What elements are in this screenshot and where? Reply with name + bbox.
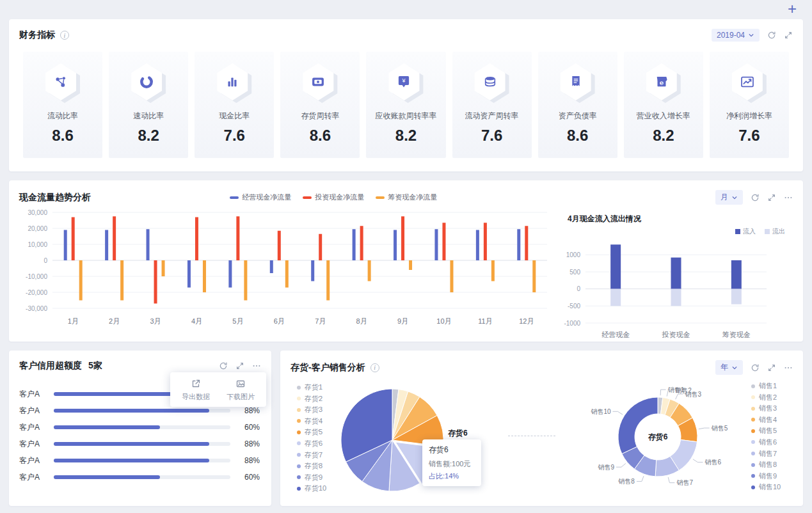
more-icon[interactable] bbox=[252, 361, 261, 370]
legend-item[interactable]: 销售5 bbox=[751, 427, 781, 434]
legend-label: 筹资现金净流量 bbox=[388, 193, 437, 202]
metric-value: 8.2 bbox=[653, 127, 674, 145]
legend-item[interactable]: 销售9 bbox=[751, 473, 781, 480]
legend-item[interactable]: 存货1 bbox=[297, 384, 326, 391]
legend-item[interactable]: 销售6 bbox=[751, 439, 781, 446]
info-icon[interactable]: i bbox=[370, 363, 379, 372]
svg-text:0: 0 bbox=[44, 257, 47, 264]
april-flow-chart[interactable]: -1000-50005001000经营现金投资现金筹资现金 bbox=[556, 236, 777, 342]
date-selector[interactable]: 2019-04 bbox=[712, 29, 760, 42]
more-icon[interactable] bbox=[784, 193, 793, 202]
metric-value: 8.6 bbox=[52, 127, 73, 145]
refresh-icon[interactable] bbox=[767, 31, 776, 40]
svg-text:销售6: 销售6 bbox=[704, 459, 721, 466]
add-widget-button[interactable]: + bbox=[788, 1, 797, 17]
legend-item[interactable]: 经营现金净流量 bbox=[230, 193, 291, 202]
legend-item[interactable]: 销售3 bbox=[751, 405, 781, 412]
percent-value: 88% bbox=[238, 456, 260, 465]
svg-text:销售7: 销售7 bbox=[676, 479, 693, 486]
coins-icon bbox=[474, 63, 511, 103]
metric-card[interactable]: 存货周转率8.6 bbox=[280, 52, 360, 158]
metric-card[interactable]: 流动资产周转率7.6 bbox=[452, 52, 532, 158]
metric-card[interactable]: 速动比率8.2 bbox=[109, 52, 188, 158]
header-icons bbox=[767, 31, 793, 40]
legend-item[interactable]: 存货7 bbox=[297, 452, 326, 459]
legend-item[interactable]: 流出 bbox=[765, 227, 785, 236]
credit-row[interactable]: 客户A60% bbox=[19, 419, 260, 436]
metric-card[interactable]: ¥应收账款周转率率8.2 bbox=[366, 52, 445, 158]
legend-dot bbox=[751, 418, 755, 422]
metric-card[interactable]: 净利润增长率7.6 bbox=[710, 52, 789, 158]
credit-row[interactable]: 客户A88% bbox=[19, 436, 260, 452]
metric-card[interactable]: 流动比率8.6 bbox=[23, 52, 102, 158]
percent-value: 60% bbox=[238, 423, 260, 432]
legend-label: 存货3 bbox=[305, 405, 322, 414]
metric-label: 现金比率 bbox=[219, 111, 250, 122]
legend-label: 流入 bbox=[743, 227, 756, 236]
legend-item[interactable]: 存货6 bbox=[297, 440, 326, 447]
legend-label: 存货10 bbox=[305, 484, 326, 493]
chart-actions-popup: 导出数据 下载图片 bbox=[170, 372, 266, 407]
subchart-title: 4月现金流入流出情况 bbox=[556, 209, 797, 225]
legend-item[interactable]: 销售4 bbox=[751, 416, 781, 423]
legend-item[interactable]: 存货4 bbox=[297, 418, 326, 425]
legend-item[interactable]: 销售1 bbox=[751, 383, 781, 390]
legend-marker bbox=[230, 196, 239, 199]
svg-text:筹资现金: 筹资现金 bbox=[722, 331, 751, 338]
legend-item[interactable]: 存货8 bbox=[297, 462, 326, 470]
refresh-icon[interactable] bbox=[751, 193, 760, 202]
image-icon bbox=[235, 379, 246, 389]
yen-badge-icon: ¥ bbox=[387, 63, 424, 103]
export-data-label: 导出数据 bbox=[182, 392, 210, 402]
share-nodes-icon bbox=[44, 63, 81, 103]
legend-item[interactable]: 存货2 bbox=[297, 395, 326, 402]
chart-legend: 经营现金净流量投资现金净流量筹资现金净流量 bbox=[230, 193, 437, 202]
tooltip-ratio: 占比:14% bbox=[429, 471, 475, 481]
legend-item[interactable]: 筹资现金净流量 bbox=[376, 193, 437, 202]
date-value: 2019-04 bbox=[717, 31, 745, 40]
legend-item[interactable]: 销售10 bbox=[751, 484, 781, 491]
fullscreen-icon[interactable] bbox=[235, 361, 244, 370]
period-selector[interactable]: 月 bbox=[715, 190, 743, 205]
legend-item[interactable]: 存货3 bbox=[297, 406, 326, 413]
legend-label: 销售2 bbox=[759, 393, 777, 402]
legend-item[interactable]: 销售8 bbox=[751, 461, 781, 468]
credit-row[interactable]: 客户A88% bbox=[19, 452, 260, 469]
refresh-icon[interactable] bbox=[751, 363, 760, 372]
refresh-icon[interactable] bbox=[219, 361, 228, 370]
legend-item[interactable]: 销售2 bbox=[751, 394, 781, 401]
bar-fill bbox=[54, 442, 209, 446]
fullscreen-icon[interactable] bbox=[767, 363, 776, 372]
download-image-button[interactable]: 下载图片 bbox=[227, 379, 255, 402]
svg-text:20,000: 20,000 bbox=[28, 225, 47, 232]
fullscreen-icon[interactable] bbox=[767, 193, 776, 202]
metric-value: 8.6 bbox=[310, 127, 331, 145]
legend-item[interactable]: 销售7 bbox=[751, 450, 781, 457]
trend-up-icon bbox=[731, 63, 768, 103]
april-flow-subchart: 4月现金流入流出情况 流入流出 -1000-50005001000经营现金投资现… bbox=[556, 206, 797, 345]
metric-card[interactable]: 现金比率7.6 bbox=[195, 52, 274, 158]
legend-dot bbox=[751, 485, 755, 489]
legend-item[interactable]: 投资现金净流量 bbox=[303, 193, 364, 202]
cashflow-trend-chart[interactable]: -30,000-20,000-10,000010,00020,00030,000… bbox=[15, 206, 556, 336]
legend-label: 销售7 bbox=[759, 449, 777, 459]
metric-card[interactable]: $营业收入增长率8.2 bbox=[624, 52, 703, 158]
fullscreen-icon[interactable] bbox=[784, 31, 793, 40]
svg-text:7月: 7月 bbox=[315, 317, 326, 325]
more-icon[interactable] bbox=[784, 363, 793, 372]
customer-label: 客户A bbox=[19, 472, 46, 483]
legend-item[interactable]: 流入 bbox=[735, 227, 756, 236]
legend-label: 存货6 bbox=[305, 439, 322, 448]
legend-item[interactable]: 存货5 bbox=[297, 429, 326, 436]
legend-item[interactable]: 存货10 bbox=[297, 485, 326, 492]
info-icon[interactable]: i bbox=[60, 31, 69, 40]
panel-controls bbox=[219, 361, 261, 370]
sales-donut-chart[interactable]: 销售1销售2销售3销售5销售6销售7销售8销售9销售10存货6 bbox=[571, 370, 744, 504]
svg-text:-1000: -1000 bbox=[564, 320, 580, 327]
credit-row[interactable]: 客户A60% bbox=[19, 469, 260, 485]
export-data-button[interactable]: 导出数据 bbox=[182, 379, 210, 402]
legend-item[interactable]: 存货9 bbox=[297, 474, 326, 481]
metric-card[interactable]: 资产负债率8.6 bbox=[538, 52, 617, 158]
legend-label: 销售5 bbox=[759, 426, 777, 436]
tooltip-title: 存货6 bbox=[429, 445, 475, 455]
